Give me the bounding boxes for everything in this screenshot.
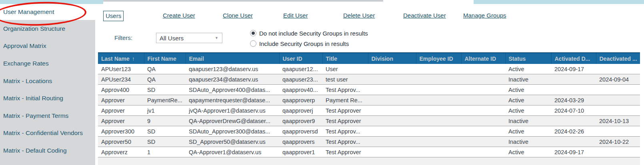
table-cell: [461, 105, 505, 116]
column-header-status[interactable]: Status: [505, 53, 551, 64]
table-cell: [368, 137, 416, 147]
table-cell: SD: [144, 126, 186, 137]
column-header-email[interactable]: Email: [186, 53, 279, 64]
table-row[interactable]: [98, 157, 640, 165]
column-header-last-name[interactable]: Last Name↑: [98, 53, 144, 64]
sidebar-item-exchange-rates[interactable]: Exchange Rates: [0, 55, 95, 72]
radio-unselected-icon[interactable]: [250, 40, 256, 47]
table-cell: [98, 157, 144, 165]
filters-dropdown[interactable]: All Users ▼: [156, 33, 222, 43]
column-header-first-name[interactable]: First Name: [144, 53, 186, 64]
table-cell: 2024-10-22: [596, 137, 640, 147]
table-cell: [186, 157, 279, 165]
top-strip-blue-right: [474, 0, 644, 4]
toolbar-link-edit-user[interactable]: Edit User: [283, 11, 308, 20]
table-row[interactable]: ApproverPaymentRe...qapaymentrequester@d…: [98, 95, 640, 105]
toolbar-link-deactivate-user[interactable]: Deactivate User: [403, 11, 446, 20]
table-cell: [551, 137, 596, 147]
radio-selected-icon[interactable]: [250, 30, 256, 36]
table-row[interactable]: APUser234QAqaapuser234@dataserv.usqaapus…: [98, 74, 640, 85]
table-body: APUser123QAqaapuser123@dataserv.usqaapus…: [98, 64, 640, 165]
table-cell: QA: [144, 74, 186, 85]
tab-users[interactable]: Users: [103, 11, 124, 21]
table-cell: [461, 137, 505, 147]
table-row[interactable]: Approverz1QA-Approver1@dataserv.usqaappr…: [98, 147, 640, 157]
table-cell: [322, 157, 368, 165]
toolbar-link-manage-groups[interactable]: Manage Groups: [463, 11, 506, 20]
table-cell: Test Approv...: [322, 137, 368, 147]
table-cell: qaapuser234@dataserv.us: [186, 74, 279, 85]
sidebar-item-matrix-payment-terms[interactable]: Matrix - Payment Terms: [0, 107, 95, 125]
top-strip-gray: [103, 0, 383, 2]
table-row[interactable]: Approver50SDSD_Approver50@dataserv.usqaa…: [98, 137, 640, 147]
table-cell: 2024-10-13: [596, 116, 640, 126]
table-cell: [416, 147, 461, 157]
table-cell: qaapuser23...: [279, 74, 322, 85]
column-header-label: Division: [372, 56, 393, 62]
table-cell: [368, 105, 416, 116]
table-cell: qaapproverp: [279, 95, 322, 105]
table-cell: 2024-02-26: [551, 126, 596, 137]
table-cell: QA: [144, 64, 186, 74]
table-cell: [551, 74, 596, 85]
column-header-label: Employee ID: [420, 56, 453, 62]
table-cell: Inactive: [505, 74, 551, 85]
chevron-down-icon: ▼: [215, 36, 218, 40]
table-cell: [596, 105, 640, 116]
table-cell: qaapprover1: [279, 147, 322, 157]
column-header-employee-id[interactable]: Employee ID: [416, 53, 461, 64]
radio-do-not-include-security-groups-in-results[interactable]: Do not include Security Groups in result…: [250, 28, 368, 38]
sidebar-item-matrix-confidential-vendors[interactable]: Matrix - Confidential Vendors: [0, 125, 95, 142]
radio-include-security-groups-in-results[interactable]: Include Security Groups in results: [250, 38, 368, 49]
table-cell: SD: [144, 137, 186, 147]
column-header-title[interactable]: Title: [322, 53, 368, 64]
table-cell: Approver: [98, 116, 144, 126]
table-cell: Approver: [98, 105, 144, 116]
sidebar-item-organization-structure[interactable]: Organization Structure: [0, 20, 95, 38]
sidebar-item-approval-matrix[interactable]: Approval Matrix: [0, 38, 95, 55]
table-cell: Approver: [98, 95, 144, 105]
column-header-deactivated[interactable]: Deactivated ...: [596, 53, 640, 64]
table-row[interactable]: Approv400SDSDAuto_Approver400@datas...qa…: [98, 85, 640, 95]
table-cell: Approver50: [98, 137, 144, 147]
toolbar-link-create-user[interactable]: Create User: [163, 11, 195, 20]
sidebar-item-matrix-default-coding[interactable]: Matrix - Default Coding: [0, 142, 95, 159]
column-header-activated-d[interactable]: Activated D...: [551, 53, 596, 64]
table-cell: [596, 126, 640, 137]
column-header-label: Status: [509, 56, 526, 62]
table-cell: [551, 116, 596, 126]
table-cell: [368, 85, 416, 95]
table-row[interactable]: Approverjv1jvQA-Approver1@dataserv.usqaa…: [98, 105, 640, 116]
column-header-division[interactable]: Division: [368, 53, 416, 64]
table-cell: Approver300: [98, 126, 144, 137]
sidebar-item-matrix-locations[interactable]: Matrix - Locations: [0, 72, 95, 90]
toolbar-link-delete-user[interactable]: Delete User: [343, 11, 375, 20]
table-cell: [461, 95, 505, 105]
table-cell: [416, 116, 461, 126]
table-cell: [596, 147, 640, 157]
table-cell: Test Approv...: [322, 126, 368, 137]
table-cell: SD: [144, 85, 186, 95]
table-cell: [461, 64, 505, 74]
table-cell: [416, 64, 461, 74]
top-strip-blue-left: [0, 0, 103, 4]
table-row[interactable]: APUser123QAqaapuser123@dataserv.usqaapus…: [98, 64, 640, 74]
table-cell: Test Approver: [322, 116, 368, 126]
table-cell: Active: [505, 126, 551, 137]
table-cell: Test Approver: [322, 147, 368, 157]
toolbar: UsersCreate UserClone UserEdit UserDelet…: [0, 11, 644, 21]
table-row[interactable]: Approver9QA-ApproverDrewG@dataser...qaap…: [98, 116, 640, 126]
sidebar-item-matrix-initial-routing[interactable]: Matrix - Initial Routing: [0, 89, 95, 107]
table-cell: [461, 147, 505, 157]
column-header-alternate-id[interactable]: Alternate ID: [461, 53, 505, 64]
toolbar-link-clone-user[interactable]: Clone User: [223, 11, 253, 20]
column-header-label: Email: [189, 56, 204, 62]
table-cell: [551, 85, 596, 95]
table-cell: [596, 85, 640, 95]
column-header-label: Deactivated ...: [600, 56, 637, 62]
table-cell: test user: [322, 74, 368, 85]
table-row[interactable]: Approver300SDSDAuto_Approver300@datas...…: [98, 126, 640, 137]
column-header-user-id[interactable]: User ID: [279, 53, 322, 64]
table-cell: [368, 64, 416, 74]
table-cell: qapaymentrequester@datase...: [186, 95, 279, 105]
